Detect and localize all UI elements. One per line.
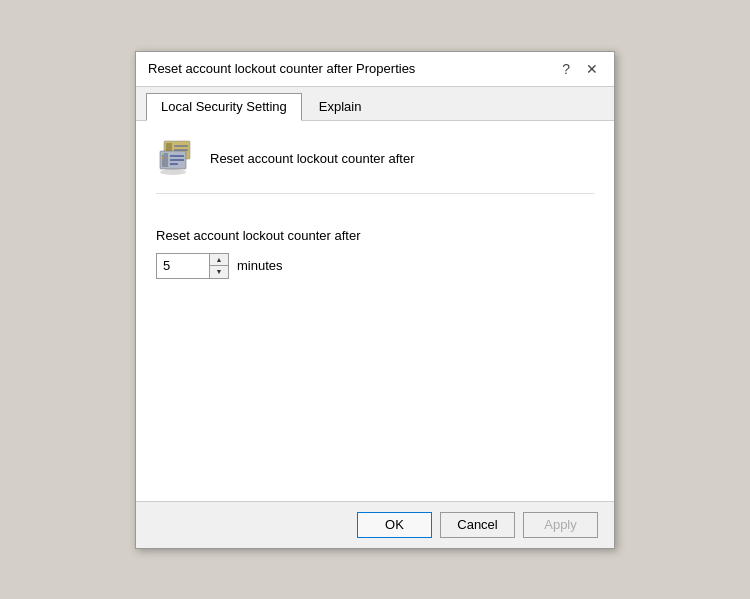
setting-section: Reset account lockout counter after ▲ ▼ … (156, 218, 594, 289)
spinner-container: ▲ ▼ (156, 253, 229, 279)
svg-rect-6 (170, 155, 184, 157)
apply-button[interactable]: Apply (523, 512, 598, 538)
spinner-buttons: ▲ ▼ (209, 254, 228, 278)
svg-rect-2 (174, 145, 188, 147)
title-bar: Reset account lockout counter after Prop… (136, 52, 614, 87)
minutes-label: minutes (237, 258, 283, 273)
minutes-input[interactable] (157, 254, 209, 278)
spinner-down-button[interactable]: ▼ (210, 266, 228, 278)
dialog-footer: OK Cancel Apply (136, 501, 614, 548)
svg-rect-7 (170, 159, 184, 161)
svg-rect-5 (162, 153, 168, 167)
dialog-body: Reset account lockout counter after Rese… (136, 121, 614, 501)
spinner-row: ▲ ▼ minutes (156, 253, 594, 279)
close-button[interactable]: ✕ (582, 60, 602, 78)
dialog-title: Reset account lockout counter after Prop… (148, 61, 415, 76)
tab-bar: Local Security Setting Explain (136, 87, 614, 121)
header-title: Reset account lockout counter after (210, 151, 415, 166)
spinner-up-button[interactable]: ▲ (210, 254, 228, 266)
svg-point-9 (162, 153, 164, 155)
header-section: Reset account lockout counter after (156, 137, 594, 194)
tab-explain[interactable]: Explain (304, 93, 377, 120)
svg-point-10 (162, 157, 164, 159)
server-stack-icon (156, 137, 196, 181)
ok-button[interactable]: OK (357, 512, 432, 538)
properties-dialog: Reset account lockout counter after Prop… (135, 51, 615, 549)
help-button[interactable]: ? (558, 60, 574, 78)
svg-rect-3 (174, 149, 188, 151)
svg-rect-8 (170, 163, 178, 165)
tab-local-security[interactable]: Local Security Setting (146, 93, 302, 121)
svg-point-11 (160, 169, 186, 175)
title-bar-controls: ? ✕ (558, 60, 602, 78)
cancel-button[interactable]: Cancel (440, 512, 515, 538)
setting-label: Reset account lockout counter after (156, 228, 594, 243)
